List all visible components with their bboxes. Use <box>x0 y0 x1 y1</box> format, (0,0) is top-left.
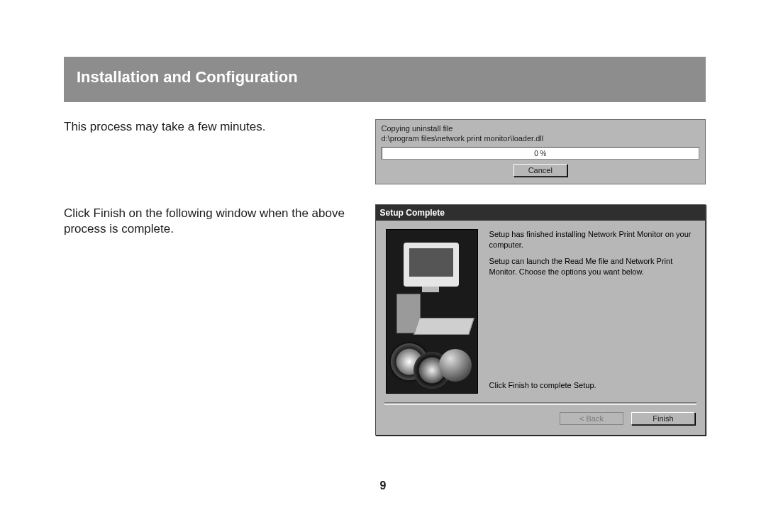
dialog-title: Setup Complete <box>380 208 445 218</box>
dialog-titlebar: Setup Complete <box>376 205 705 221</box>
back-button: < Back <box>560 412 623 425</box>
setup-complete-dialog: Setup Complete Setup has finished instal… <box>375 204 706 436</box>
wizard-illustration <box>386 229 478 394</box>
setup-finish-hint: Click Finish to complete Setup. <box>489 323 695 391</box>
setup-msg-1: Setup has finished installing Network Pr… <box>489 229 695 250</box>
setup-msg-2: Setup can launch the Read Me file and Ne… <box>489 256 695 277</box>
globe-icon <box>439 349 472 382</box>
progress-percent: 0 % <box>534 150 546 157</box>
copying-path: d:\program files\network print monitor\l… <box>382 134 699 143</box>
section-title: Installation and Configuration <box>77 68 298 86</box>
dialog-button-row: < Back Finish <box>376 405 705 435</box>
cancel-button[interactable]: Cancel <box>514 164 567 177</box>
screenshot-column: Copying uninstall file d:\program files\… <box>375 119 706 436</box>
content-row: This process may take a few minutes. Cli… <box>64 119 706 436</box>
progress-bar: 0 % <box>382 147 699 160</box>
instruction-column: This process may take a few minutes. Cli… <box>64 119 375 436</box>
section-header: Installation and Configuration <box>64 57 706 102</box>
monitor-stand-icon <box>422 287 439 292</box>
page-number: 9 <box>0 480 766 492</box>
instruction-text-2: Click Finish on the following window whe… <box>64 206 368 237</box>
progress-dialog: Copying uninstall file d:\program files\… <box>375 119 706 184</box>
dialog-text: Setup has finished installing Network Pr… <box>478 229 695 394</box>
instruction-text-1: This process may take a few minutes. <box>64 119 368 135</box>
manual-page: Installation and Configuration This proc… <box>64 57 706 436</box>
keyboard-icon <box>413 318 474 335</box>
finish-button[interactable]: Finish <box>631 412 695 425</box>
copying-label: Copying uninstall file <box>382 124 699 133</box>
monitor-icon <box>404 243 459 287</box>
